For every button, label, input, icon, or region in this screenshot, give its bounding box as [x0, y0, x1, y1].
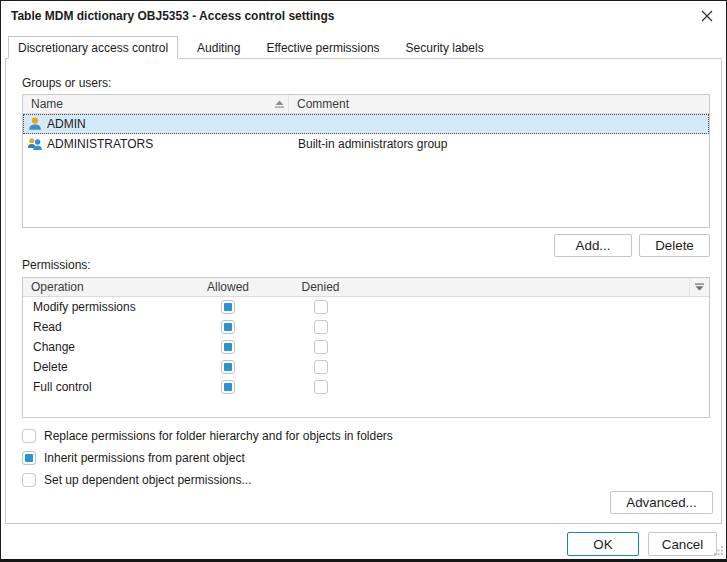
permission-row[interactable]: Full control [23, 377, 709, 397]
groups-list-header: Name Comment [23, 95, 709, 114]
column-header-denied[interactable]: Denied [273, 278, 368, 296]
column-header-label: Allowed [207, 280, 249, 294]
allowed-checkbox[interactable] [221, 380, 235, 394]
tab-label: Auditing [197, 41, 240, 55]
groups-or-users-label: Groups or users: [22, 76, 111, 90]
group-name: ADMINISTRATORS [47, 137, 153, 151]
column-header-operation[interactable]: Operation [23, 278, 183, 296]
tab-label: Discretionary access control [18, 41, 168, 55]
permission-row[interactable]: Modify permissions [23, 297, 709, 317]
group-comment: Built-in administrators group [290, 137, 708, 151]
tab-auditing[interactable]: Auditing [197, 36, 240, 59]
group-name: ADMIN [47, 117, 86, 131]
allowed-checkbox[interactable] [221, 360, 235, 374]
column-header-label: Name [31, 97, 63, 111]
operation-label: Delete [23, 360, 183, 374]
tab-strip: Discretionary access control Auditing Ef… [5, 36, 484, 59]
option-checkbox[interactable] [22, 451, 36, 465]
permissions-table-header: Operation Allowed Denied [23, 278, 709, 297]
dropdown-icon [695, 280, 704, 294]
access-control-settings-dialog: Table MDM dictionary OBJ5353 - Access co… [0, 0, 727, 562]
column-header-comment[interactable]: Comment [289, 95, 709, 113]
allowed-checkbox[interactable] [221, 300, 235, 314]
tab-discretionary-access-control[interactable]: Discretionary access control [8, 36, 178, 59]
option-checkbox[interactable] [22, 429, 36, 443]
denied-checkbox[interactable] [314, 360, 328, 374]
delete-button[interactable]: Delete [639, 234, 710, 257]
user-icon [27, 116, 43, 132]
resize-grip[interactable] [713, 544, 724, 558]
column-header-allowed[interactable]: Allowed [183, 278, 273, 296]
option-checkbox[interactable] [22, 473, 36, 487]
table-row-admin[interactable]: ADMIN [23, 114, 709, 134]
operation-label: Modify permissions [23, 300, 183, 314]
denied-checkbox[interactable] [314, 380, 328, 394]
column-header-name[interactable]: Name [23, 95, 289, 113]
allowed-checkbox[interactable] [221, 340, 235, 354]
tab-effective-permissions[interactable]: Effective permissions [266, 36, 379, 59]
options-list: Replace permissions for folder hierarchy… [22, 425, 393, 491]
denied-checkbox[interactable] [314, 300, 328, 314]
allowed-checkbox[interactable] [221, 320, 235, 334]
close-button[interactable] [696, 6, 718, 28]
add-button[interactable]: Add... [554, 234, 632, 257]
title-bar: Table MDM dictionary OBJ5353 - Access co… [1, 1, 726, 33]
permission-row[interactable]: Read [23, 317, 709, 337]
ok-button[interactable]: OK [567, 532, 639, 556]
option-dependent-permissions[interactable]: Set up dependent object permissions... [22, 469, 393, 491]
column-chooser-button[interactable] [689, 278, 709, 296]
permission-row[interactable]: Change [23, 337, 709, 357]
operation-label: Change [23, 340, 183, 354]
sort-asc-icon [275, 100, 284, 109]
column-header-label: Comment [297, 97, 349, 111]
permissions-table: Operation Allowed Denied Modify permissi… [22, 277, 710, 418]
tab-security-labels[interactable]: Security labels [406, 36, 484, 59]
option-inherit-permissions[interactable]: Inherit permissions from parent object [22, 447, 393, 469]
table-row-administrators[interactable]: ADMINISTRATORS Built-in administrators g… [23, 134, 709, 154]
operation-label: Full control [23, 380, 183, 394]
group-icon [27, 136, 43, 152]
column-header-label: Operation [31, 280, 84, 294]
close-icon [701, 10, 713, 25]
tab-label: Security labels [406, 41, 484, 55]
tab-content-area: Groups or users: Name Comment [5, 58, 722, 524]
operation-label: Read [23, 320, 183, 334]
permissions-label: Permissions: [22, 258, 91, 272]
advanced-button[interactable]: Advanced... [610, 491, 713, 514]
option-label: Inherit permissions from parent object [44, 451, 245, 465]
denied-checkbox[interactable] [314, 320, 328, 334]
option-label: Set up dependent object permissions... [44, 473, 251, 487]
cancel-button[interactable]: Cancel [648, 532, 717, 556]
groups-or-users-list: Name Comment ADM [22, 94, 710, 228]
denied-checkbox[interactable] [314, 340, 328, 354]
column-header-filler [368, 278, 689, 296]
dialog-title: Table MDM dictionary OBJ5353 - Access co… [11, 9, 334, 23]
tab-label: Effective permissions [266, 41, 379, 55]
column-header-label: Denied [301, 280, 339, 294]
permission-row[interactable]: Delete [23, 357, 709, 377]
option-replace-permissions[interactable]: Replace permissions for folder hierarchy… [22, 425, 393, 447]
option-label: Replace permissions for folder hierarchy… [44, 429, 393, 443]
